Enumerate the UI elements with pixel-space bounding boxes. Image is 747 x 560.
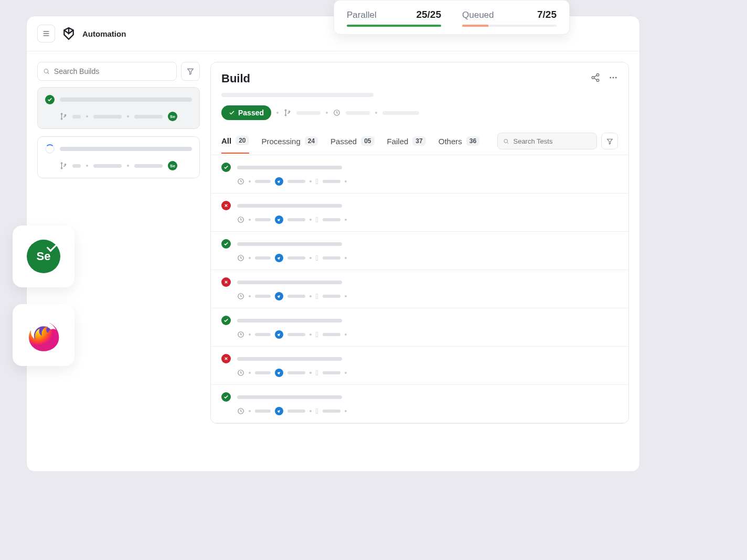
svg-line-25 xyxy=(507,142,508,143)
tab-failed[interactable]: Failed37 xyxy=(387,128,426,154)
clock-icon xyxy=(333,109,340,116)
safari-icon xyxy=(275,369,283,377)
apple-icon:  xyxy=(316,254,318,262)
test-row[interactable]:  xyxy=(211,270,628,308)
svg-point-9 xyxy=(61,163,62,164)
svg-point-24 xyxy=(504,139,508,143)
svg-point-11 xyxy=(65,164,66,165)
search-tests-input[interactable] xyxy=(497,133,597,149)
build-card[interactable]: Se xyxy=(37,87,200,129)
tab-count: 37 xyxy=(412,136,425,146)
svg-point-6 xyxy=(61,113,62,114)
status-failed-icon xyxy=(221,201,231,210)
search-builds-input[interactable] xyxy=(37,62,177,81)
filter-icon xyxy=(187,68,194,75)
safari-icon xyxy=(275,177,283,186)
search-icon xyxy=(43,68,50,75)
safari-icon xyxy=(275,330,283,339)
svg-point-19 xyxy=(615,77,617,79)
tab-count: 05 xyxy=(361,136,374,146)
selenium-card: Se xyxy=(13,225,74,287)
build-card[interactable]: Se xyxy=(37,136,200,178)
svg-point-7 xyxy=(61,119,62,120)
status-passed-icon xyxy=(221,163,231,172)
brand-name: Automation xyxy=(82,29,126,38)
selenium-icon: Se xyxy=(27,240,60,273)
build-title: Build xyxy=(221,72,250,85)
apple-icon:  xyxy=(316,369,318,376)
stat-parallel: Parallel 25/25 xyxy=(347,9,441,27)
tab-count: 36 xyxy=(466,136,479,146)
test-row[interactable]:  xyxy=(211,232,628,270)
status-passed-icon xyxy=(45,95,55,104)
svg-point-21 xyxy=(285,115,286,116)
branch-icon xyxy=(60,162,67,169)
tab-label: Processing xyxy=(262,137,301,146)
svg-line-4 xyxy=(48,72,49,73)
tab-label: Others xyxy=(439,137,462,146)
clock-icon xyxy=(237,407,244,415)
svg-line-16 xyxy=(594,78,596,80)
stat-queued: Queued 7/25 xyxy=(462,9,557,27)
test-row[interactable]:  xyxy=(211,308,628,347)
tab-processing[interactable]: Processing24 xyxy=(262,128,318,154)
svg-point-8 xyxy=(65,115,66,116)
hamburger-icon xyxy=(42,29,50,38)
status-passed-icon xyxy=(221,239,231,249)
svg-point-14 xyxy=(596,79,599,82)
more-button[interactable] xyxy=(609,73,618,84)
firefox-icon xyxy=(25,317,62,353)
app-window: Automation SeSe Build xyxy=(26,16,640,472)
tab-others[interactable]: Others36 xyxy=(439,128,479,154)
svg-point-3 xyxy=(44,69,48,73)
clock-icon xyxy=(237,216,244,223)
build-status-pill: Passed xyxy=(221,105,271,120)
build-detail-panel: Build Passed xyxy=(210,62,629,424)
filter-builds-button[interactable] xyxy=(181,62,200,81)
tests-list:  xyxy=(211,155,628,423)
branch-icon xyxy=(60,113,67,120)
safari-icon xyxy=(275,216,283,224)
clock-icon xyxy=(237,331,244,338)
share-icon xyxy=(591,73,600,82)
apple-icon:  xyxy=(316,178,318,185)
svg-point-17 xyxy=(610,77,611,79)
share-button[interactable] xyxy=(591,73,600,84)
apple-icon:  xyxy=(316,293,318,300)
status-passed-icon xyxy=(221,392,231,402)
brand-logo xyxy=(61,26,76,41)
menu-button[interactable] xyxy=(37,25,55,42)
test-row[interactable]:  xyxy=(211,385,628,423)
filter-icon xyxy=(606,138,613,145)
tab-all[interactable]: All20 xyxy=(221,128,249,154)
svg-point-20 xyxy=(285,110,286,111)
tab-count: 20 xyxy=(236,136,249,145)
svg-point-18 xyxy=(613,77,614,79)
apple-icon:  xyxy=(316,407,318,415)
svg-point-10 xyxy=(61,168,62,169)
svg-point-12 xyxy=(596,74,599,77)
more-icon xyxy=(609,73,618,82)
filter-tests-button[interactable] xyxy=(601,133,618,149)
tab-label: All xyxy=(221,136,231,145)
clock-icon xyxy=(237,178,244,185)
build-subtitle-placeholder xyxy=(221,93,374,97)
test-row[interactable]:  xyxy=(211,347,628,385)
clock-icon xyxy=(237,254,244,262)
status-failed-icon xyxy=(221,277,231,287)
safari-icon xyxy=(275,292,283,300)
tab-label: Failed xyxy=(387,137,409,146)
test-row[interactable]:  xyxy=(211,155,628,193)
tab-count: 24 xyxy=(305,136,318,146)
tab-passed[interactable]: Passed05 xyxy=(330,128,374,154)
stats-card: Parallel 25/25 Queued 7/25 xyxy=(334,0,570,35)
search-icon xyxy=(503,138,509,145)
safari-icon xyxy=(275,254,283,262)
svg-marker-5 xyxy=(188,69,194,74)
tab-label: Passed xyxy=(330,137,357,146)
tabs-row: All20Processing24Passed05Failed37Others3… xyxy=(211,127,628,155)
safari-icon xyxy=(275,407,283,415)
selenium-icon: Se xyxy=(168,112,177,121)
apple-icon:  xyxy=(316,216,318,223)
test-row[interactable]:  xyxy=(211,193,628,232)
